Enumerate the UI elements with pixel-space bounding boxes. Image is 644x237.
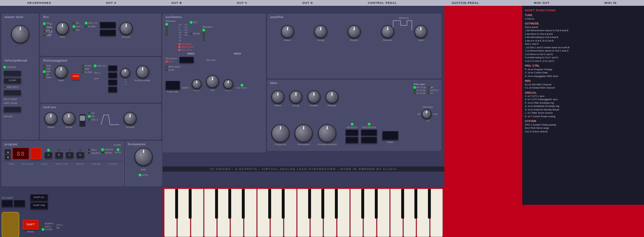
velocity-button[interactable]: [346, 129, 358, 136]
filter-env-knob[interactable]: [318, 124, 336, 142]
distortion-button2[interactable]: [361, 137, 377, 143]
white-key[interactable]: [377, 189, 390, 237]
perf-mode-button[interactable]: [4, 107, 21, 112]
amp-sustain-knob[interactable]: [348, 25, 361, 38]
white-key[interactable]: [284, 189, 297, 237]
white-key[interactable]: [217, 189, 230, 237]
white-key[interactable]: [191, 189, 204, 237]
white-key[interactable]: [417, 189, 429, 237]
program-up-button[interactable]: ▲: [5, 149, 11, 154]
filter-freq-knob[interactable]: [271, 124, 289, 142]
black-key[interactable]: [215, 189, 218, 219]
dump-one-button[interactable]: DUMP ONE: [30, 202, 48, 209]
black-key[interactable]: [228, 189, 231, 219]
dump-all-button[interactable]: DUMP ALL: [30, 194, 48, 201]
kbd-split-button[interactable]: [4, 90, 21, 96]
white-key[interactable]: [257, 189, 270, 237]
shift-midi-1: 01-16 Slot MIDI Channel: [525, 83, 641, 87]
shift-button[interactable]: SHIFT: [23, 220, 39, 230]
white-key[interactable]: [430, 189, 443, 237]
white-key[interactable]: [244, 189, 257, 237]
filter-attack-knob[interactable]: [271, 90, 284, 103]
slot-a-button[interactable]: A: [44, 152, 52, 158]
white-key[interactable]: [270, 189, 283, 237]
black-key[interactable]: [401, 189, 404, 219]
white-key[interactable]: [337, 189, 350, 237]
poly-radio[interactable]: [88, 148, 90, 151]
white-key[interactable]: [204, 189, 217, 237]
modenv-attack-knob[interactable]: [44, 112, 57, 125]
lfo2-btn4[interactable]: [108, 87, 117, 92]
black-key[interactable]: [175, 189, 178, 219]
osc1-knob[interactable]: [192, 79, 202, 89]
modenv-toggle[interactable]: [79, 114, 86, 127]
legato-radio[interactable]: [88, 152, 90, 154]
amp-gain-knob[interactable]: [414, 25, 427, 38]
modenv-amount-knob[interactable]: [124, 112, 137, 125]
clear-button[interactable]: CLEAR: [4, 78, 21, 84]
lfo2-amount-knob[interactable]: [136, 65, 149, 78]
black-key[interactable]: [361, 189, 364, 219]
program-down-button[interactable]: ▼: [5, 155, 11, 159]
lfo1-btn2[interactable]: [100, 30, 116, 36]
connector-headphones: HEADPHONES: [24, 1, 54, 5]
oct-shift-down-button[interactable]: [2, 200, 13, 207]
lfo2-rate-knob[interactable]: [55, 65, 68, 78]
black-key[interactable]: [335, 189, 338, 219]
filter-release-knob[interactable]: [326, 90, 338, 103]
white-key[interactable]: [164, 189, 177, 237]
osc2-knob[interactable]: [223, 79, 233, 89]
white-key[interactable]: [231, 189, 243, 237]
modenv-decay-knob[interactable]: [62, 112, 75, 125]
white-key[interactable]: [390, 189, 403, 237]
black-key[interactable]: [308, 189, 311, 219]
lfo1-amount-knob[interactable]: [120, 22, 133, 35]
white-key[interactable]: [403, 189, 416, 237]
panic-button[interactable]: [382, 131, 398, 140]
modenv-attack-label: Attack: [48, 126, 54, 128]
filter-kbd-track-knob[interactable]: [422, 109, 431, 119]
amp-attack-knob[interactable]: [281, 25, 294, 38]
filter-res-knob[interactable]: [295, 124, 313, 142]
white-key[interactable]: [324, 189, 336, 237]
distortion-button[interactable]: [361, 129, 377, 136]
lfo2-btn3[interactable]: [108, 80, 117, 85]
slot-b-button[interactable]: B: [55, 152, 63, 158]
black-key[interactable]: [375, 189, 378, 219]
black-key[interactable]: [414, 189, 417, 219]
white-key[interactable]: [297, 189, 310, 237]
white-key[interactable]: [364, 189, 376, 237]
mono-radio[interactable]: [101, 151, 104, 154]
osc-fm-btn[interactable]: [179, 57, 194, 63]
black-key[interactable]: [282, 189, 285, 219]
amp-decay-knob[interactable]: [314, 25, 327, 38]
black-key[interactable]: [242, 189, 245, 219]
filter-sustain-knob[interactable]: [308, 90, 320, 103]
white-key[interactable]: [350, 189, 363, 237]
store-button[interactable]: [31, 148, 41, 159]
lfo1-rate-knob[interactable]: [56, 22, 69, 35]
pitch-bend-wheel[interactable]: [2, 212, 19, 237]
velocity-button2[interactable]: [346, 137, 358, 143]
oct-shift-up-button[interactable]: [14, 200, 25, 207]
slot-d-button[interactable]: D: [76, 152, 84, 158]
osc-mix-knob[interactable]: [206, 75, 219, 88]
filter-decay-knob[interactable]: [289, 90, 302, 103]
black-key[interactable]: [189, 189, 192, 219]
black-key[interactable]: [428, 189, 431, 219]
amp-release-knob[interactable]: [381, 25, 394, 38]
lfo2-oct-knob[interactable]: [120, 68, 130, 78]
master-level-knob[interactable]: [11, 25, 29, 43]
lfo2-btn1[interactable]: [108, 65, 117, 71]
white-key[interactable]: [177, 189, 190, 237]
portamento-knob[interactable]: [135, 148, 153, 166]
white-key[interactable]: [310, 189, 323, 237]
black-key[interactable]: [268, 189, 271, 219]
assign-button[interactable]: [4, 71, 21, 76]
black-key[interactable]: [321, 189, 324, 219]
osc-pw-display[interactable]: [166, 81, 180, 90]
lfo2-hold-button[interactable]: HOLD: [71, 74, 80, 80]
lfo1-btn1[interactable]: [100, 22, 116, 28]
slot-c-button[interactable]: C: [66, 152, 74, 158]
lfo2-btn2[interactable]: [108, 72, 117, 78]
